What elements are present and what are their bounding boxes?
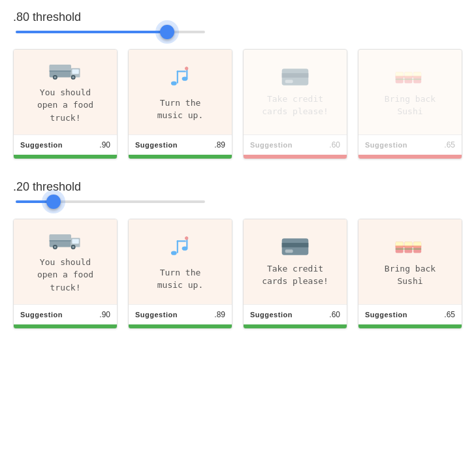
suggestion-label: Suggestion [20,141,63,149]
card-image-area: Bring backSushi [358,219,462,304]
slider-track[interactable] [16,200,205,203]
card-image-area: Turn themusic up. [129,219,232,304]
card-text: You shouldopen a foodtruck! [35,86,96,125]
card-image-area: You shouldopen a foodtruck! [14,219,117,304]
threshold-label: .20 threshold [13,180,463,194]
card-footer: Suggestion .60 [244,134,347,155]
card-bar [129,324,232,328]
card-image-area: Bring backSushi [358,50,462,134]
svg-rect-1 [50,65,71,70]
card-credit-card-2[interactable]: Take creditcards please! Suggestion .60 [243,219,347,329]
slider-thumb[interactable] [160,25,174,39]
suggestion-score: .90 [99,310,110,319]
svg-rect-35 [50,240,71,242]
card-footer: Suggestion .90 [14,304,117,324]
card-text: Take creditcards please! [259,93,331,118]
svg-rect-53 [396,248,421,249]
svg-rect-11 [177,70,186,72]
card-bar [129,155,232,159]
cards-row: You shouldopen a foodtruck! Suggestion .… [13,219,463,329]
section-threshold-20: .20 threshold You shouldopen a foodtruck… [13,180,463,329]
card-footer: Suggestion .89 [129,134,232,155]
card-text: You shouldopen a foodtruck! [35,256,96,294]
card-bar [358,155,462,159]
suggestion-label: Suggestion [365,141,407,149]
card-footer: Suggestion .65 [358,304,462,324]
card-food-truck[interactable]: You shouldopen a foodtruck! Suggestion .… [13,49,118,159]
svg-rect-18 [285,80,293,83]
card-bar [14,155,117,159]
card-footer: Suggestion .90 [14,134,117,155]
card-footer: Suggestion .89 [129,304,232,324]
threshold-label: .80 threshold [13,10,463,24]
slider-fill [16,31,167,33]
card-image-area: Turn themusic up. [129,50,232,134]
svg-rect-25 [396,76,421,78]
card-music-2[interactable]: Turn themusic up. Suggestion .89 [128,219,232,329]
svg-rect-38 [177,240,186,242]
svg-rect-28 [50,234,71,240]
card-bar [244,155,347,159]
svg-point-5 [54,76,56,78]
svg-rect-52 [396,245,421,247]
suggestion-score: .65 [444,310,455,319]
suggestion-label: Suggestion [365,311,407,319]
slider-thumb[interactable] [46,195,61,209]
svg-rect-37 [177,240,178,253]
slider-container[interactable] [13,31,463,33]
card-food-truck-2[interactable]: You shouldopen a foodtruck! Suggestion .… [13,219,118,329]
suggestion-label: Suggestion [135,141,178,149]
card-music[interactable]: Turn themusic up. Suggestion .89 [128,49,232,159]
card-sushi[interactable]: Bring backSushi Suggestion .65 [358,49,462,159]
suggestion-score: .89 [214,310,225,319]
card-bar [244,324,347,328]
svg-rect-26 [396,78,421,80]
suggestion-score: .60 [329,310,340,319]
card-text: Turn themusic up. [155,97,206,122]
suggestion-label: Suggestion [250,311,293,319]
svg-rect-45 [285,249,293,253]
suggestion-score: .60 [329,140,340,149]
svg-point-36 [171,251,177,255]
svg-rect-10 [177,70,178,83]
section-threshold-80: .80 threshold You shouldopen a foodtruck… [13,10,463,159]
card-bar [14,324,117,328]
card-sushi-2[interactable]: Bring backSushi Suggestion .65 [358,219,462,329]
card-footer: Suggestion .60 [244,304,347,324]
slider-container[interactable] [13,200,463,203]
svg-point-34 [72,245,74,247]
svg-rect-17 [282,73,309,78]
svg-rect-44 [282,243,309,247]
card-credit-card[interactable]: Take creditcards please! Suggestion .60 [243,49,347,159]
card-bar [358,324,462,328]
card-image-area: Take creditcards please! [244,50,347,134]
suggestion-label: Suggestion [250,141,293,149]
svg-rect-3 [72,69,78,74]
card-text: Bring backSushi [382,262,438,288]
card-image-area: Take creditcards please! [244,219,347,304]
card-image-area: You shouldopen a foodtruck! [14,50,117,134]
card-text: Bring backSushi [382,93,438,118]
suggestion-label: Suggestion [20,311,63,319]
card-text: Turn themusic up. [155,266,206,292]
suggestion-score: .89 [214,140,225,149]
suggestion-label: Suggestion [135,311,178,319]
svg-point-7 [72,76,74,78]
card-text: Take creditcards please! [259,262,331,288]
slider-track[interactable] [16,31,205,33]
card-footer: Suggestion .65 [358,134,462,155]
svg-point-32 [54,245,56,247]
cards-row: You shouldopen a foodtruck! Suggestion .… [13,49,463,159]
suggestion-score: .65 [444,140,455,149]
svg-point-9 [171,81,177,85]
svg-rect-8 [50,70,71,72]
suggestion-score: .90 [99,140,110,149]
svg-rect-30 [72,239,78,243]
